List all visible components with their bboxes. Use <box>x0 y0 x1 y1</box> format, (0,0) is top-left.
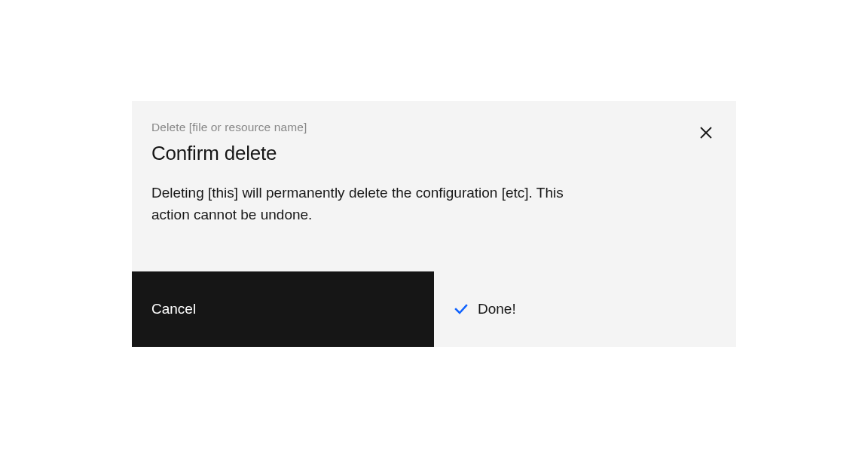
close-button[interactable] <box>691 118 721 148</box>
modal-title: Confirm delete <box>151 142 717 165</box>
modal-header: Delete [file or resource name] Confirm d… <box>132 101 736 165</box>
modal-label: Delete [file or resource name] <box>151 121 717 134</box>
modal-description: Deleting [this] will permanently delete … <box>151 182 581 226</box>
cancel-button[interactable]: Cancel <box>132 271 434 347</box>
modal-body: Deleting [this] will permanently delete … <box>132 182 736 271</box>
done-status-label: Done! <box>478 301 516 317</box>
close-icon <box>698 125 714 140</box>
confirm-delete-modal: Delete [file or resource name] Confirm d… <box>132 101 736 347</box>
modal-footer: Cancel Done! <box>132 271 736 347</box>
done-status: Done! <box>434 271 736 347</box>
cancel-button-label: Cancel <box>151 301 196 317</box>
checkmark-icon <box>454 302 469 317</box>
